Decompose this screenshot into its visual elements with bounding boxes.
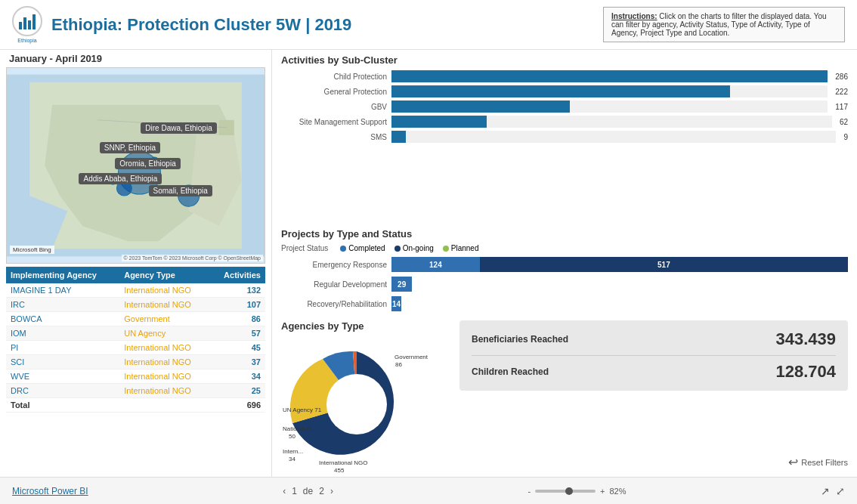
zoom-slider[interactable] (535, 490, 596, 493)
project-bar-track: 124517 (391, 257, 848, 272)
table-row[interactable]: IRC International NGO 107 (6, 298, 265, 312)
bar-value: 9 (843, 133, 848, 141)
bar-fill (391, 131, 406, 143)
logo-bar-4 (32, 14, 36, 29)
svg-text:National N...: National N... (283, 425, 316, 432)
svg-text:Intern...: Intern... (283, 448, 303, 455)
table-row[interactable]: DRC International NGO 25 (6, 384, 265, 398)
map-area[interactable]: SNNP, Ethiopia Dire Dawa, Ethiopia Oromi… (6, 67, 265, 264)
sub-cluster-chart[interactable]: Activities by Sub-Cluster Child Protecti… (281, 54, 848, 224)
agency-type: International NGO (119, 298, 210, 312)
agency-name: DRC (6, 384, 119, 398)
logo-bar-1 (19, 22, 22, 29)
legend-completed: Completed (340, 244, 385, 252)
sub-cluster-bar-row[interactable]: Child Protection 286 (281, 70, 848, 82)
agency-type: International NGO (119, 384, 210, 398)
bar-track (391, 85, 828, 97)
agency-activities: 57 (210, 326, 265, 341)
svg-text:34: 34 (289, 456, 295, 462)
fullscreen-icon[interactable]: ⤢ (836, 485, 845, 497)
table-row[interactable]: WVE International NGO 34 (6, 369, 265, 384)
project-bar-row[interactable]: Recovery/Rehabilitation 14 (281, 296, 848, 311)
agency-activities: 86 (210, 312, 265, 326)
logo-bar-2 (23, 17, 26, 29)
logo-area: Ethiopia (12, 6, 42, 43)
svg-text:86: 86 (395, 361, 402, 368)
sub-cluster-title: Activities by Sub-Cluster (281, 54, 848, 66)
bar-track (391, 116, 832, 128)
svg-point-7 (326, 374, 387, 434)
zoom-plus[interactable]: + (600, 487, 605, 496)
reset-area: ↩ Reset Filters (459, 455, 848, 472)
table-row[interactable]: IMAGINE 1 DAY International NGO 132 (6, 283, 265, 298)
agency-name: BOWCA (6, 312, 119, 326)
project-bar-row[interactable]: Regular Development 29 (281, 277, 848, 292)
agency-type: Government (119, 312, 210, 326)
sub-cluster-bar-row[interactable]: Site Management Support 62 (281, 116, 848, 128)
bar-value: 117 (835, 103, 848, 111)
logo-bars (19, 13, 36, 29)
bar-value: 222 (835, 88, 848, 96)
footer: Microsoft Power BI ‹ 1 de 2 › - + 82% ↗ … (0, 477, 857, 504)
svg-text:UN Agency 71: UN Agency 71 (283, 407, 322, 413)
donut-section[interactable]: Agencies by Type (281, 320, 447, 472)
children-block: Children Reached 128.704 (472, 362, 836, 382)
table-row[interactable]: SCI International NGO 37 (6, 355, 265, 369)
completed-bar: 14 (391, 296, 401, 311)
total-empty (119, 398, 210, 413)
table-row[interactable]: PI International NGO 45 (6, 341, 265, 355)
tooltip-somali: Somali, Ethiopia (149, 185, 212, 196)
left-panel: January - April 2019 (0, 50, 272, 477)
projects-section[interactable]: Projects by Type and Status Project Stat… (281, 228, 848, 316)
agency-type: International NGO (119, 369, 210, 384)
planned-dot (443, 246, 449, 252)
sub-cluster-bar-row[interactable]: SMS 9 (281, 131, 848, 143)
bar-label: General Protection (281, 88, 387, 96)
tooltip-oromia: Oromia, Ethiopia (115, 158, 180, 169)
nav-prev[interactable]: ‹ (283, 486, 286, 496)
bar-fill (391, 116, 487, 128)
completed-bar: 124 (391, 257, 480, 272)
table-section: Implementing Agency Agency Type Activiti… (0, 264, 271, 413)
reset-icon: ↩ (788, 455, 798, 469)
nav-next[interactable]: › (330, 486, 333, 496)
header: Ethiopia Ethiopia: Protection Cluster 5W… (0, 0, 857, 50)
agency-type: International NGO (119, 283, 210, 298)
share-icon[interactable]: ↗ (821, 485, 830, 497)
instructions-box: Instructions: Click on the charts to fil… (603, 7, 845, 42)
project-bar-row[interactable]: Emergency Response 124517 (281, 257, 848, 272)
bar-track (391, 131, 836, 143)
zoom-minus[interactable]: - (528, 487, 531, 496)
content-area: January - April 2019 (0, 50, 857, 477)
reset-filters-button[interactable]: ↩ Reset Filters (788, 455, 848, 469)
svg-text:455: 455 (334, 467, 345, 472)
project-bars: Emergency Response 124517 Regular Develo… (281, 257, 848, 311)
bar-fill (391, 100, 570, 113)
svg-text:50: 50 (289, 433, 295, 440)
agency-name: IOM (6, 326, 119, 341)
bar-value: 62 (840, 118, 848, 126)
footer-nav: ‹ 1 de 2 › (283, 486, 333, 496)
logo-label: Ethiopia (17, 38, 36, 43)
agency-activities: 132 (210, 283, 265, 298)
legend-status-label: Project Status (281, 244, 328, 252)
page-sep: de (303, 486, 313, 496)
stats-section: Beneficiaries Reached 343.439 Children R… (459, 320, 848, 391)
footer-zoom: - + 82% (528, 487, 626, 496)
zoom-thumb (565, 487, 573, 495)
agency-activities: 25 (210, 384, 265, 398)
sub-cluster-bar-row[interactable]: GBV 117 (281, 100, 848, 113)
bing-logo: Microsoft Bing (10, 246, 54, 254)
bottom-right: Agencies by Type (281, 320, 848, 472)
table-row[interactable]: IOM UN Agency 57 (6, 326, 265, 341)
bar-label: SMS (281, 133, 387, 141)
bar-track (391, 100, 828, 113)
bar-label: Site Management Support (281, 118, 387, 126)
table-row[interactable]: BOWCA Government 86 (6, 312, 265, 326)
right-panel: Activities by Sub-Cluster Child Protecti… (272, 50, 857, 477)
beneficiaries-block: Beneficiaries Reached 343.439 (472, 329, 836, 349)
bar-label: GBV (281, 103, 387, 111)
sub-cluster-bar-row[interactable]: General Protection 222 (281, 85, 848, 97)
powerbi-link[interactable]: Microsoft Power BI (12, 486, 88, 496)
agency-type: International NGO (119, 355, 210, 369)
